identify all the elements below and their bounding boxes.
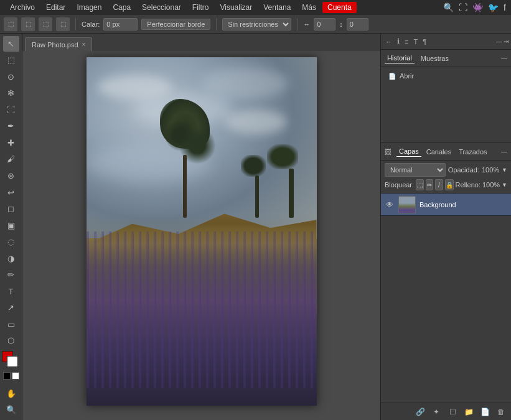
tool-eyedropper[interactable]: ✒ (3, 119, 19, 134)
menu-ventana[interactable]: Ventana (258, 2, 296, 13)
layers-list: 👁 Background (381, 193, 511, 403)
menu-archivo[interactable]: Archivo (5, 2, 40, 13)
tool-move[interactable]: ↖ (3, 36, 19, 52)
tool-eraser[interactable]: ◻ (3, 201, 19, 217)
menu-editar[interactable]: Editar (41, 2, 70, 13)
search-icon[interactable]: 🔍 (443, 2, 454, 12)
right-panels: ↔ ℹ ≡ T ¶ — ⇥ Historial Muestras — 📄 Abr… (380, 34, 511, 420)
tab-canales[interactable]: Canales (424, 147, 454, 157)
options-toolbar: ⬚ ⬚ ⬚ ⬚ Calar: Perfeccionar borde Sin re… (0, 15, 511, 34)
tool-heal[interactable]: ✚ (3, 135, 19, 151)
val2-input[interactable] (347, 18, 368, 30)
layer-visibility-toggle[interactable]: 👁 (385, 200, 395, 210)
tool-option-3[interactable]: ⬚ (39, 17, 52, 31)
lock-pixels-btn[interactable]: ⬚ (416, 179, 424, 190)
panel-collapse-top[interactable]: — (496, 38, 502, 45)
tool-lasso[interactable]: ⊙ (3, 69, 19, 85)
add-style-btn[interactable]: ✦ (430, 406, 443, 418)
tool-magic-wand[interactable]: ✻ (3, 86, 19, 101)
refine-edge-btn[interactable]: Perfeccionar borde (141, 19, 210, 30)
restriction-select[interactable]: Sin restricciones (222, 18, 291, 30)
swap-colors[interactable] (12, 372, 19, 380)
fill-arrow[interactable]: ▼ (502, 182, 507, 188)
menu-capa[interactable]: Capa (108, 2, 136, 13)
panel-icon-type[interactable]: T (411, 37, 420, 46)
tool-path-select[interactable]: ↗ (3, 301, 19, 316)
tool-3d[interactable]: ⬡ (3, 334, 19, 349)
layers-thumbnail-icon[interactable]: 🖼 (385, 148, 391, 156)
tool-hand[interactable]: ✋ (3, 386, 19, 401)
history-item-abrir[interactable]: 📄 Abrir (386, 71, 506, 81)
background-color[interactable] (7, 356, 18, 367)
new-group-btn[interactable]: 📁 (462, 406, 475, 418)
canvas-image (87, 57, 317, 406)
tab-close-btn[interactable]: × (82, 41, 86, 48)
cloud-3 (202, 68, 289, 99)
blend-mode-select[interactable]: Normal (385, 163, 446, 177)
tool-select-rect[interactable]: ⬚ (3, 53, 19, 68)
layers-panel-collapse[interactable]: — (501, 148, 507, 155)
layer-thumb-image (399, 197, 415, 213)
lock-move-btn[interactable]: ✏ (426, 179, 434, 190)
facebook-icon[interactable]: f (504, 2, 506, 12)
menu-imagen[interactable]: Imagen (72, 2, 106, 13)
panel-icon-arrows[interactable]: ↔ (383, 37, 394, 46)
opacity-label: Opacidad: (448, 166, 479, 174)
canvas-content (22, 51, 380, 420)
calar-input[interactable] (103, 18, 138, 30)
tab-raw-photo[interactable]: Raw Photo.psd × (25, 37, 92, 51)
history-content: 📄 Abrir (381, 67, 511, 142)
tab-historial[interactable]: Historial (385, 53, 415, 63)
fill-value[interactable]: 100% (482, 181, 500, 189)
new-layer-btn[interactable]: 📄 (479, 406, 491, 418)
tool-clone[interactable]: ⊛ (3, 168, 19, 184)
menu-cuenta[interactable]: Cuenta (322, 2, 357, 13)
tool-option-2[interactable]: ⬚ (21, 17, 35, 31)
tool-type[interactable]: T (3, 284, 19, 299)
add-mask-btn[interactable]: ☐ (446, 406, 459, 418)
tool-blur[interactable]: ◌ (3, 234, 19, 250)
lock-artboard-btn[interactable]: / (435, 179, 443, 190)
expand-icon[interactable]: ⛶ (459, 2, 467, 12)
tool-shape[interactable]: ▭ (3, 317, 19, 332)
menu-filtro[interactable]: Filtro (187, 2, 214, 13)
bg-tree-trunk-1 (289, 169, 294, 217)
lavender-detail (87, 231, 317, 388)
tool-brush[interactable]: 🖌 (3, 152, 19, 167)
tool-option-4[interactable]: ⬚ (56, 17, 70, 31)
tool-history-brush[interactable]: ↩ (3, 185, 19, 200)
history-panel: Historial Muestras — 📄 Abrir (381, 50, 511, 143)
tool-pen[interactable]: ✏ (3, 267, 19, 282)
tab-trazados[interactable]: Trazados (456, 147, 489, 157)
menu-visualizar[interactable]: Visualizar (215, 2, 257, 13)
tool-zoom[interactable]: 🔍 (3, 403, 19, 418)
tool-gradient[interactable]: ▣ (3, 218, 19, 233)
history-panel-collapse[interactable]: — (501, 55, 507, 62)
panel-icon-paragraph[interactable]: ¶ (421, 37, 428, 46)
val1-input[interactable] (314, 18, 335, 30)
layers-panel-header: 🖼 Capas Canales Trazados — (381, 143, 511, 161)
layers-panel: 🖼 Capas Canales Trazados — Normal Opacid… (381, 143, 511, 420)
tool-option-1[interactable]: ⬚ (4, 17, 17, 31)
tab-muestras[interactable]: Muestras (418, 54, 451, 63)
tab-capas[interactable]: Capas (396, 146, 421, 157)
color-swatches[interactable] (2, 351, 21, 370)
default-colors[interactable] (3, 372, 11, 380)
layer-item-background[interactable]: 👁 Background (381, 194, 511, 216)
twitter-icon[interactable]: 🐦 (488, 2, 499, 12)
opacity-value[interactable]: 100% (482, 166, 499, 174)
menu-mas[interactable]: Más (297, 2, 321, 13)
tool-dodge[interactable]: ◑ (3, 251, 19, 266)
delete-layer-btn[interactable]: 🗑 (495, 406, 507, 418)
link-layers-btn[interactable]: 🔗 (414, 406, 426, 418)
lock-all-btn[interactable]: 🔒 (445, 179, 454, 190)
reddit-icon[interactable]: 👾 (472, 2, 483, 12)
divider-1 (75, 18, 76, 30)
panel-icon-info[interactable]: ℹ (395, 37, 401, 46)
tools-panel: ↖ ⬚ ⊙ ✻ ⛶ ✒ ✚ 🖌 ⊛ ↩ ◻ ▣ ◌ ◑ ✏ T ↗ ▭ ⬡ ✋ (0, 34, 22, 420)
tool-crop[interactable]: ⛶ (3, 102, 19, 118)
menu-seleccionar[interactable]: Seleccionar (137, 2, 186, 13)
panel-expand-top[interactable]: ⇥ (504, 38, 509, 45)
panel-icon-brush-settings[interactable]: ≡ (403, 37, 410, 46)
opacity-arrow[interactable]: ▼ (502, 167, 507, 173)
